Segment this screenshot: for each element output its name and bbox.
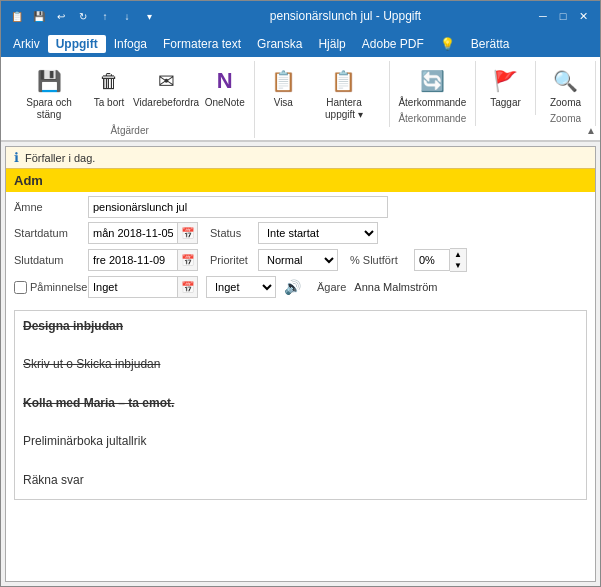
reminder-time-select[interactable]: Inget [206, 276, 276, 298]
note-line-4: Preliminärboka jultallrik [23, 432, 578, 451]
menu-item-formatera[interactable]: Formatera text [155, 35, 249, 53]
menu-item-beratta[interactable]: Berätta [463, 35, 518, 53]
minimize-button[interactable]: ─ [534, 7, 552, 25]
menu-item-arkiv[interactable]: Arkiv [5, 35, 48, 53]
save-close-label: Spara och stäng [17, 97, 81, 121]
hantera-button[interactable]: 📋 Hantera uppgift ▾ [307, 63, 380, 123]
owner-value: Anna Malmström [354, 281, 437, 293]
close-button[interactable]: ✕ [574, 7, 592, 25]
aterkommande-button[interactable]: 🔄 Återkommande [394, 63, 470, 111]
pct-spinner: ▲ ▼ [414, 248, 467, 272]
subject-input[interactable] [88, 196, 388, 218]
move-down-icon[interactable]: ↓ [119, 8, 135, 24]
subject-row: Ämne [14, 196, 587, 218]
menu-item-infoga[interactable]: Infoga [106, 35, 155, 53]
ribbon-group-taggar: 🚩 Taggar [476, 61, 536, 115]
notes-area[interactable]: Designa inbjudan Skriv ut o Skicka inbju… [14, 310, 587, 500]
startdate-picker-button[interactable]: 📅 [178, 222, 198, 244]
window-title: pensionärslunch jul - Uppgift [157, 9, 534, 23]
pct-input[interactable] [414, 249, 450, 271]
title-bar-left: 📋 💾 ↩ ↻ ↑ ↓ ▾ [9, 8, 157, 24]
main-content: ℹ Förfaller i dag. Adm Ämne Startdatum 📅… [5, 146, 596, 582]
ribbon-group-zooma: 🔍 Zooma Zooma [536, 61, 596, 126]
pct-spinner-buttons: ▲ ▼ [450, 248, 467, 272]
quick-access-dropdown[interactable]: ▾ [141, 8, 157, 24]
taggar-icon: 🚩 [490, 65, 522, 97]
redo-icon[interactable]: ↻ [75, 8, 91, 24]
zooma-button[interactable]: 🔍 Zooma [546, 63, 586, 111]
menu-item-hjalp[interactable]: Hjälp [310, 35, 353, 53]
menu-item-granska[interactable]: Granska [249, 35, 310, 53]
menu-item-lightbulb[interactable]: 💡 [432, 35, 463, 53]
status-label: Status [210, 227, 254, 239]
reminder-row: Påminnelse 📅 Inget 🔊 Ägare Anna Malmströ… [14, 276, 587, 298]
save-close-button[interactable]: 💾 Spara och stäng [13, 63, 85, 123]
menu-item-adobe[interactable]: Adobe PDF [354, 35, 432, 53]
menu-bar: Arkiv Uppgift Infoga Formatera text Gran… [1, 31, 600, 57]
forward-button[interactable]: ✉ Vidarebefordra [133, 63, 199, 123]
taggar-button[interactable]: 🚩 Taggar [486, 63, 526, 111]
priority-label: Prioritet [210, 254, 254, 266]
aterkommande-label: Återkommande [398, 97, 466, 109]
pct-up-button[interactable]: ▲ [450, 249, 466, 260]
zooma-group-label: Zooma [550, 113, 581, 124]
reminder-label: Påminnelse [30, 281, 87, 293]
restore-button[interactable]: □ [554, 7, 572, 25]
pct-down-button[interactable]: ▼ [450, 260, 466, 271]
speaker-icon[interactable]: 🔊 [280, 279, 305, 295]
adm-header: Adm [6, 169, 595, 192]
info-icon: ℹ [14, 150, 19, 165]
pct-label: % Slutfört [350, 254, 410, 266]
ribbon: 💾 Spara och stäng 🗑 Ta bort ✉ Vidarebefo… [1, 57, 600, 142]
zooma-icon: 🔍 [550, 65, 582, 97]
ribbon-group-visa: 📋 Visa 📋 Hantera uppgift ▾ [255, 61, 389, 127]
menu-item-uppgift[interactable]: Uppgift [48, 35, 106, 53]
hantera-icon: 📋 [328, 65, 360, 97]
reminder-checkbox-wrapper: Påminnelse [14, 281, 84, 294]
delete-button[interactable]: 🗑 Ta bort [89, 63, 129, 123]
reminder-date-input[interactable] [88, 276, 178, 298]
aterkommande-group-label: Återkommande [398, 113, 466, 124]
app-icon: 📋 [9, 8, 25, 24]
taggar-label: Taggar [490, 97, 521, 109]
reminder-date-picker-button[interactable]: 📅 [178, 276, 198, 298]
zooma-buttons: 🔍 Zooma [546, 63, 586, 111]
note-line-5: Räkna svar [23, 471, 578, 490]
title-bar: 📋 💾 ↩ ↻ ↑ ↓ ▾ pensionärslunch jul - Uppg… [1, 1, 600, 31]
enddate-picker-button[interactable]: 📅 [178, 249, 198, 271]
startdate-wrapper: 📅 [88, 222, 198, 244]
date-status-row: Startdatum 📅 Status Inte startat Pågår A… [14, 222, 587, 244]
note-line-2: Skriv ut o Skicka inbjudan [23, 355, 578, 374]
delete-label: Ta bort [94, 97, 125, 109]
enddate-priority-row: Slutdatum 📅 Prioritet Normal Låg Hög % S… [14, 248, 587, 272]
undo-icon[interactable]: ↩ [53, 8, 69, 24]
aterkommande-buttons: 🔄 Återkommande [394, 63, 470, 111]
visa-icon: 📋 [267, 65, 299, 97]
priority-select[interactable]: Normal Låg Hög [258, 249, 338, 271]
zooma-label: Zooma [550, 97, 581, 109]
ribbon-group-atgarder: 💾 Spara och stäng 🗑 Ta bort ✉ Vidarebefo… [5, 61, 255, 138]
enddate-input[interactable] [88, 249, 178, 271]
save-close-icon: 💾 [33, 65, 65, 97]
ribbon-content: 💾 Spara och stäng 🗑 Ta bort ✉ Vidarebefo… [1, 57, 600, 141]
visa-button[interactable]: 📋 Visa [263, 63, 303, 123]
onenote-button[interactable]: N OneNote [203, 63, 246, 123]
enddate-wrapper: 📅 [88, 249, 198, 271]
forward-label: Vidarebefordra [133, 97, 199, 109]
reminder-checkbox[interactable] [14, 281, 27, 294]
ribbon-collapse-button[interactable]: ▲ [586, 125, 596, 136]
save-icon[interactable]: 💾 [31, 8, 47, 24]
note-line-1: Designa inbjudan [23, 317, 578, 336]
atgarder-buttons: 💾 Spara och stäng 🗑 Ta bort ✉ Vidarebefo… [13, 63, 246, 123]
ribbon-group-aterkommande: 🔄 Återkommande Återkommande [390, 61, 476, 126]
visa-label: Visa [274, 97, 293, 109]
onenote-label: OneNote [205, 97, 245, 109]
aterkommande-icon: 🔄 [416, 65, 448, 97]
app-window: 📋 💾 ↩ ↻ ↑ ↓ ▾ pensionärslunch jul - Uppg… [0, 0, 601, 587]
note-line-3: Kolla med Maria – ta emot. [23, 394, 578, 413]
status-select[interactable]: Inte startat Pågår Avvaktar Färdig [258, 222, 378, 244]
enddate-label: Slutdatum [14, 254, 84, 266]
move-up-icon[interactable]: ↑ [97, 8, 113, 24]
subject-label: Ämne [14, 201, 84, 213]
startdate-input[interactable] [88, 222, 178, 244]
